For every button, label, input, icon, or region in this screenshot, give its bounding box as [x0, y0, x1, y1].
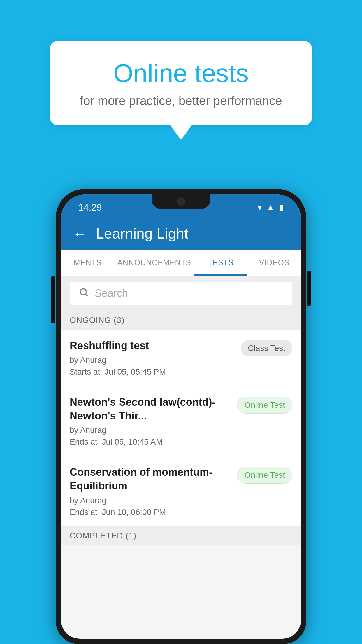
phone-notch: [152, 194, 210, 209]
test-info-newton: Newton's Second law(contd)-Newton's Thir…: [70, 396, 237, 447]
search-container: Search: [61, 276, 301, 311]
speech-bubble: Online tests for more practice, better p…: [50, 41, 312, 125]
tab-ments[interactable]: MENTS: [61, 250, 115, 276]
test-name-conservation: Conservation of momentum-Equilibrium: [70, 466, 231, 493]
front-camera: [177, 197, 185, 206]
signal-icon: ▲: [266, 203, 275, 212]
test-item-reshuffling[interactable]: Reshuffling test by Anurag Starts at Jul…: [61, 330, 301, 386]
speech-bubble-title: Online tests: [73, 58, 289, 88]
test-author-conservation: by Anurag: [70, 496, 231, 505]
back-button[interactable]: ←: [73, 225, 87, 242]
battery-icon: ▮: [279, 203, 284, 212]
speech-bubble-container: Online tests for more practice, better p…: [50, 41, 312, 125]
test-time-conservation: Ends at Jun 10, 06:00 PM: [70, 508, 231, 517]
speech-bubble-subtitle: for more practice, better performance: [73, 94, 289, 108]
svg-line-1: [86, 294, 88, 296]
tests-list: Reshuffling test by Anurag Starts at Jul…: [61, 330, 301, 526]
test-badge-newton: Online Test: [237, 397, 292, 414]
wifi-icon: ▾: [258, 203, 262, 212]
search-placeholder: Search: [95, 287, 128, 300]
app-bar: ← Learning Light: [61, 218, 301, 250]
phone-outer-shell: 14:29 ▾ ▲ ▮ ← Learning Light MENTS ANNOU…: [56, 189, 306, 644]
test-item-newton[interactable]: Newton's Second law(contd)-Newton's Thir…: [61, 386, 301, 456]
test-info-conservation: Conservation of momentum-Equilibrium by …: [70, 466, 237, 517]
search-icon: [78, 287, 89, 300]
phone-screen: 14:29 ▾ ▲ ▮ ← Learning Light MENTS ANNOU…: [61, 194, 301, 639]
test-time-newton: Ends at Jul 06, 10:45 AM: [70, 437, 231, 447]
svg-point-0: [80, 289, 86, 295]
test-time-reshuffling: Starts at Jul 05, 05:45 PM: [70, 367, 235, 377]
tabs-container: MENTS ANNOUNCEMENTS TESTS VIDEOS: [61, 250, 301, 276]
test-badge-reshuffling: Class Test: [241, 340, 292, 356]
ongoing-section-header: ONGOING (3): [61, 311, 301, 330]
status-icons: ▾ ▲ ▮: [258, 203, 284, 212]
search-box[interactable]: Search: [70, 282, 292, 305]
tab-tests[interactable]: TESTS: [194, 250, 248, 276]
test-badge-conservation: Online Test: [237, 467, 292, 484]
test-name-newton: Newton's Second law(contd)-Newton's Thir…: [70, 396, 231, 423]
app-bar-title: Learning Light: [96, 225, 188, 242]
test-info-reshuffling: Reshuffling test by Anurag Starts at Jul…: [70, 339, 241, 377]
completed-section-header: COMPLETED (1): [61, 526, 301, 545]
tab-announcements[interactable]: ANNOUNCEMENTS: [115, 250, 194, 276]
phone-mockup: 14:29 ▾ ▲ ▮ ← Learning Light MENTS ANNOU…: [56, 189, 306, 644]
test-author-reshuffling: by Anurag: [70, 356, 235, 365]
status-time: 14:29: [78, 202, 102, 213]
test-author-newton: by Anurag: [70, 426, 231, 435]
tab-videos[interactable]: VIDEOS: [247, 250, 301, 276]
test-name-reshuffling: Reshuffling test: [70, 339, 235, 353]
test-item-conservation[interactable]: Conservation of momentum-Equilibrium by …: [61, 456, 301, 526]
